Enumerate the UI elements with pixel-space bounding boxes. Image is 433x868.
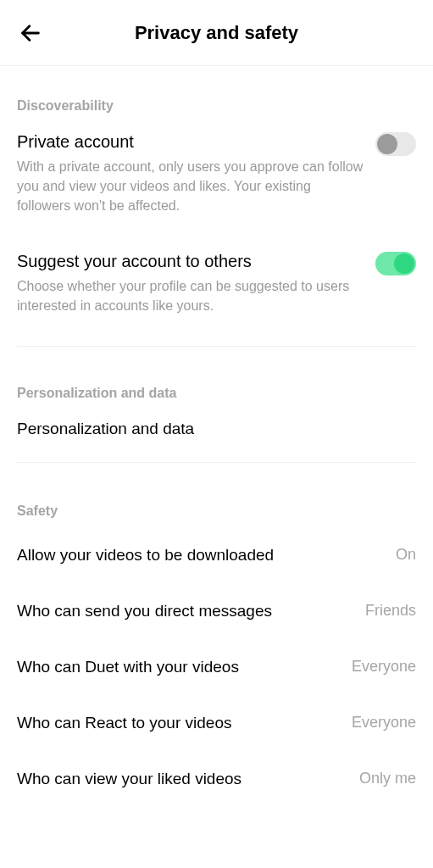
private-account-text: Private account With a private account, … <box>17 132 365 216</box>
toggle-knob <box>377 134 397 154</box>
safety-label: Who can view your liked videos <box>17 770 241 788</box>
personalization-label: Personalization and data <box>17 420 194 438</box>
safety-row-messages[interactable]: Who can send you direct messages Friends <box>0 583 433 639</box>
suggest-account-toggle[interactable] <box>375 252 416 275</box>
safety-row-react[interactable]: Who can React to your videos Everyone <box>0 695 433 751</box>
safety-label: Who can send you direct messages <box>17 602 272 620</box>
private-account-title: Private account <box>17 132 365 152</box>
safety-value: On <box>396 546 416 564</box>
safety-value: Everyone <box>352 714 416 732</box>
safety-value: Everyone <box>352 658 416 676</box>
toggle-knob <box>394 253 414 274</box>
back-button[interactable] <box>17 19 44 47</box>
page-title: Privacy and safety <box>135 22 298 44</box>
private-account-row: Private account With a private account, … <box>0 122 433 230</box>
suggest-account-title: Suggest your account to others <box>17 252 365 271</box>
content: Discoverability Private account With a p… <box>0 66 433 807</box>
private-account-toggle[interactable] <box>375 132 416 156</box>
safety-label: Allow your videos to be downloaded <box>17 546 274 565</box>
safety-value: Only me <box>359 770 416 787</box>
section-header-personalization: Personalization and data <box>0 347 433 409</box>
back-arrow-icon <box>19 21 42 45</box>
safety-value: Friends <box>365 602 416 620</box>
private-account-desc: With a private account, only users you a… <box>17 157 365 216</box>
suggest-account-row: Suggest your account to others Choose wh… <box>0 230 433 329</box>
safety-row-liked[interactable]: Who can view your liked videos Only me <box>0 751 433 807</box>
section-header-discoverability: Discoverability <box>0 66 433 122</box>
header: Privacy and safety <box>0 0 433 66</box>
suggest-account-desc: Choose whether your profile can be sugge… <box>17 276 365 315</box>
safety-row-duet[interactable]: Who can Duet with your videos Everyone <box>0 639 433 695</box>
personalization-row[interactable]: Personalization and data <box>0 409 433 457</box>
safety-label: Who can React to your videos <box>17 714 231 732</box>
safety-label: Who can Duet with your videos <box>17 658 239 676</box>
suggest-account-text: Suggest your account to others Choose wh… <box>17 252 365 315</box>
safety-row-download[interactable]: Allow your videos to be downloaded On <box>0 527 433 583</box>
section-header-safety: Safety <box>0 463 433 527</box>
